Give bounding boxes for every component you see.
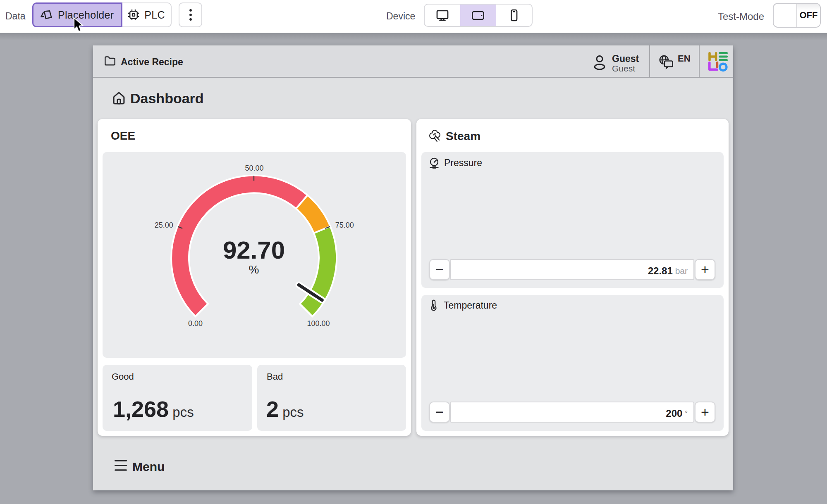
svg-text:92.70: 92.70 [223, 236, 285, 264]
svg-text:%: % [249, 263, 259, 276]
svg-text:25.00: 25.00 [155, 221, 173, 229]
svg-text:75.00: 75.00 [335, 221, 354, 229]
svg-text:50.00: 50.00 [245, 164, 263, 172]
svg-text:0.00: 0.00 [188, 319, 203, 328]
svg-text:100.00: 100.00 [307, 319, 330, 328]
